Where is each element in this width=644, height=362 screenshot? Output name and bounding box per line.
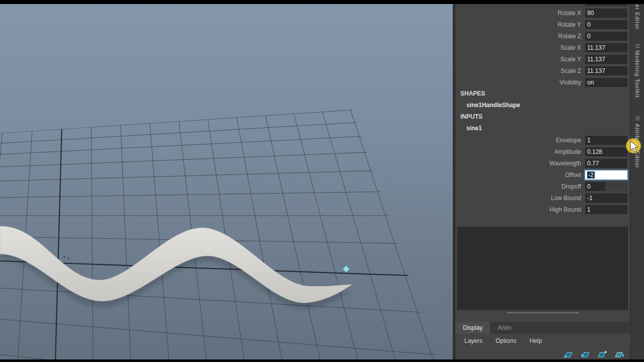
- offset-field-editing[interactable]: -2: [585, 170, 627, 179]
- low-bound-field[interactable]: -1: [585, 194, 627, 203]
- channel-box-rows: Translate Z -0.559 Rotate X 90 Rotate Y …: [455, 0, 630, 215]
- tab-modeling-toolkit[interactable]: Modeling Toolkit: [634, 50, 640, 98]
- rotate-x-field[interactable]: 90: [585, 9, 627, 18]
- rotate-y-field[interactable]: 0: [585, 20, 627, 29]
- visibility-field[interactable]: on: [585, 78, 627, 87]
- rotate-z-field[interactable]: 0: [585, 32, 627, 41]
- grip-icon: [635, 117, 640, 121]
- channel-label: Rotate Z: [455, 33, 585, 40]
- input-node-sine1[interactable]: sine1: [455, 123, 630, 134]
- tab-layer-editor[interactable]: yer Editor: [634, 1, 640, 30]
- channel-label: Visibility: [455, 79, 585, 86]
- sine-handle[interactable]: [343, 265, 350, 273]
- channel-row-visibility: Visibility on: [455, 76, 630, 88]
- offset-selected-text: -2: [587, 171, 595, 178]
- channel-row-rotate-z: Rotate Z 0: [455, 30, 630, 42]
- wavelength-field[interactable]: 0.77: [585, 159, 627, 168]
- channel-row-scale-z: Scale Z 11.137: [455, 65, 630, 76]
- scale-z-field[interactable]: 11.137: [585, 66, 627, 75]
- panel-splitter-handle[interactable]: [508, 312, 578, 313]
- scale-x-field[interactable]: 11.137: [585, 43, 627, 52]
- tab-display[interactable]: Display: [455, 322, 490, 334]
- tab-anim[interactable]: Anim: [490, 322, 519, 334]
- layer-editor-iconbar: [562, 351, 625, 358]
- layer-editor-tabbar: Display Anim: [455, 322, 630, 334]
- viewport-scene: [0, 0, 453, 362]
- maya-window: Translate Z -0.559 Rotate X 90 Rotate Y …: [0, 0, 644, 362]
- dropoff-slider-area[interactable]: [605, 182, 627, 191]
- grip-icon: [635, 44, 640, 48]
- channel-row-rotate-x: Rotate X 90: [455, 7, 630, 19]
- channel-label: Wavelength: [455, 160, 585, 167]
- channel-label: Low Bound: [455, 195, 585, 202]
- layer-editor-menubar: Layers Options Help: [455, 334, 630, 347]
- channel-label: Offset: [455, 171, 585, 178]
- move-layer-down-button[interactable]: [580, 351, 591, 358]
- scale-y-field[interactable]: 11.137: [585, 55, 627, 64]
- menu-options[interactable]: Options: [496, 337, 516, 344]
- channel-row-high-bound: High Bound 1: [455, 204, 630, 215]
- viewport-3d[interactable]: [0, 0, 453, 362]
- channel-row-low-bound: Low Bound -1: [455, 192, 630, 204]
- channel-row-dropoff: Dropoff 0: [455, 180, 630, 192]
- create-layer-from-selected-button[interactable]: [614, 351, 625, 358]
- channel-row-rotate-y: Rotate Y 0: [455, 19, 630, 30]
- envelope-field[interactable]: 1: [585, 136, 627, 145]
- layer-list-area[interactable]: [457, 226, 628, 310]
- channel-row-wavelength: Wavelength 0.77: [455, 157, 630, 169]
- menu-layers[interactable]: Layers: [464, 337, 482, 344]
- grid-plane: [0, 103, 453, 362]
- inputs-section-header: INPUTS: [455, 111, 630, 123]
- amplitude-field[interactable]: 0.128: [585, 147, 627, 156]
- channel-box-panel: Translate Z -0.559 Rotate X 90 Rotate Y …: [455, 0, 630, 362]
- channel-row-scale-y: Scale Y 11.137: [455, 53, 630, 65]
- channel-row-envelope: Envelope 1: [455, 134, 630, 146]
- letterbox-top: [0, 0, 644, 4]
- mouse-cursor-icon: [630, 140, 639, 155]
- channel-label: High Bound: [455, 206, 585, 213]
- channel-label: Dropoff: [455, 183, 585, 190]
- channel-label: Rotate Y: [455, 21, 585, 28]
- create-empty-layer-button[interactable]: [597, 351, 608, 358]
- channel-label: Scale X: [455, 44, 585, 51]
- channel-label: Scale Y: [455, 56, 585, 63]
- channel-label: Scale Z: [455, 67, 585, 74]
- menu-help[interactable]: Help: [529, 337, 542, 344]
- channel-row-scale-x: Scale X 11.137: [455, 42, 630, 53]
- shape-node-sine1handleshape[interactable]: sine1HandleShape: [455, 100, 630, 111]
- channel-label: Amplitude: [455, 148, 585, 155]
- high-bound-field[interactable]: 1: [585, 205, 627, 214]
- channel-row-amplitude: Amplitude 0.128: [455, 146, 630, 157]
- pivot-ticks: [63, 256, 69, 259]
- right-sidebar-tabs: yer Editor Modeling Toolkit Attribute Ed…: [630, 0, 644, 362]
- channel-row-offset: Offset -2: [455, 169, 630, 180]
- letterbox-bottom: [0, 359, 644, 362]
- dropoff-field[interactable]: 0: [585, 182, 605, 191]
- channel-label: Envelope: [455, 137, 585, 144]
- shapes-section-header: SHAPES: [455, 88, 630, 100]
- move-layer-up-button[interactable]: [562, 351, 574, 358]
- channel-label: Rotate X: [455, 10, 585, 17]
